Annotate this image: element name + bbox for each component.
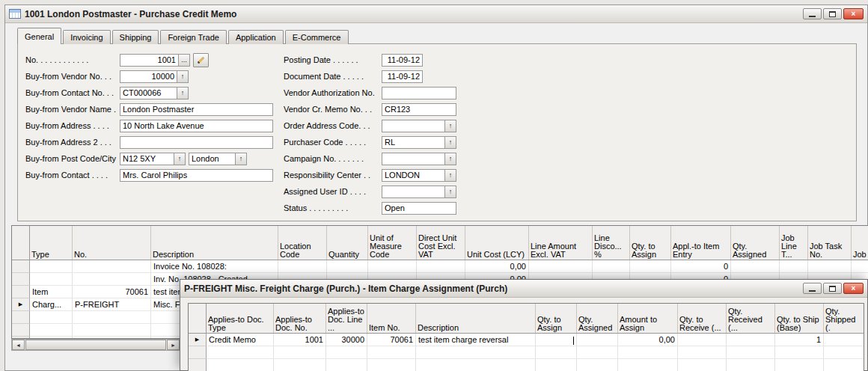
row-selector[interactable] (189, 359, 207, 371)
cell-line_amount[interactable] (529, 260, 593, 273)
close-button[interactable]: × (843, 8, 864, 19)
cell-qty_to_assign[interactable] (536, 359, 577, 371)
cell-type[interactable]: Item (30, 286, 73, 298)
tab-application[interactable]: Application (228, 30, 284, 44)
cell-qty_received[interactable] (727, 346, 775, 359)
order-address-code-field[interactable]: ↑ (382, 120, 456, 132)
cell-direct_unit_cost[interactable] (417, 260, 465, 273)
row-selector[interactable] (189, 346, 207, 359)
assist-button[interactable]: ... (178, 55, 189, 66)
cell-job_unit[interactable] (852, 260, 868, 273)
column-header-amount_to_assign[interactable]: Amount to Assign (618, 304, 678, 333)
scroll-right-button[interactable]: ► (167, 340, 180, 350)
tab-foreign-trade[interactable]: Foreign Trade (160, 30, 226, 44)
column-header-qty_shipped[interactable]: Qty. Shipped (. (824, 304, 864, 333)
lookup-button[interactable]: ↑ (444, 186, 456, 197)
column-header-qty_received[interactable]: Qty. Received (... (727, 304, 775, 333)
cell-qty_received[interactable] (727, 359, 775, 371)
cell-applies_doc_type[interactable]: Credit Memo (207, 334, 274, 346)
campaign-no-field[interactable]: ↑ (382, 153, 456, 165)
cell-job_line_type[interactable] (780, 260, 808, 273)
cell-amount_to_assign[interactable] (618, 346, 678, 359)
cell-no[interactable]: P-FREIGHT (73, 298, 151, 311)
column-header-applies_doc_type[interactable]: Applies-to Doc. Type (207, 304, 274, 333)
cell-no[interactable] (73, 273, 151, 286)
purchaser-code-field[interactable]: RL↑ (382, 136, 456, 149)
column-header-description[interactable]: Description (151, 226, 278, 260)
vendor-authorization-no-field[interactable] (382, 87, 456, 99)
cell-item_no[interactable]: 70061 (367, 334, 416, 346)
assigned-user-id-field[interactable]: ↑ (382, 186, 456, 198)
cell-no[interactable] (73, 260, 151, 273)
lookup-button[interactable]: ↑ (174, 153, 185, 165)
row-selector-header[interactable] (12, 226, 30, 260)
grid-row[interactable] (189, 346, 864, 359)
column-header-applies_doc_line[interactable]: Applies-to Doc. Line ... (326, 304, 367, 333)
buy-from-vendor-no-field[interactable]: 10000↑ (120, 70, 189, 83)
column-header-line_amount[interactable]: Line Amount Excl. VAT (529, 226, 593, 260)
grid-row[interactable] (189, 359, 864, 371)
column-header-qty_to_assign[interactable]: Qty. to Assign (630, 226, 671, 260)
cell-appl_to_item_entry[interactable]: 0 (671, 260, 731, 273)
cell-type[interactable] (30, 311, 73, 324)
cell-type[interactable] (30, 273, 73, 286)
cell-applies_doc_type[interactable] (207, 359, 274, 371)
no-field[interactable]: 1001... (120, 54, 190, 67)
scrollbar-thumb[interactable] (25, 340, 166, 350)
cell-qty_to_receive[interactable] (678, 346, 727, 359)
maximize-button[interactable] (823, 8, 842, 19)
cell-type[interactable] (30, 260, 73, 273)
document-date-field[interactable]: 11-09-12 (382, 70, 423, 83)
cell-qty_assigned[interactable] (577, 334, 618, 346)
cell-applies_doc_no[interactable]: 1001 (274, 334, 326, 346)
buy-from-contact-field[interactable]: Mrs. Carol Philips (120, 169, 273, 182)
column-header-job_line_type[interactable]: Job Line T... (780, 226, 808, 260)
cell-quantity[interactable] (327, 260, 368, 273)
cell-qty_to_ship_base[interactable] (775, 346, 824, 359)
cell-description[interactable]: test item charge reversal (416, 334, 536, 346)
cell-qty_shipped[interactable] (824, 346, 864, 359)
buy-from-address-2-field[interactable] (120, 136, 273, 149)
status-field[interactable]: Open (382, 202, 456, 215)
column-header-applies_doc_no[interactable]: Applies-to Doc. No. (274, 304, 326, 333)
column-header-location_code[interactable]: Location Code (278, 226, 327, 260)
lookup-button[interactable]: ↑ (235, 153, 246, 165)
row-selector[interactable] (12, 260, 30, 273)
posting-date-field[interactable]: 11-09-12 (382, 54, 423, 67)
cell-unit_of_measure_code[interactable] (368, 260, 417, 273)
tab-invoicing[interactable]: Invoicing (63, 30, 110, 44)
buy-from-contact-no-field[interactable]: CT000066↑ (120, 87, 189, 99)
column-header-quantity[interactable]: Quantity (327, 226, 368, 260)
column-header-qty_to_ship_base[interactable]: Qty. to Ship (Base) (775, 304, 824, 333)
column-header-description[interactable]: Description (416, 304, 536, 333)
column-header-job_unit[interactable]: Job U (852, 226, 868, 260)
column-header-unit_cost_lcy[interactable]: Unit Cost (LCY) (465, 226, 529, 260)
current-row-marker[interactable]: ▶ (189, 334, 207, 346)
cell-applies_doc_line[interactable] (326, 359, 367, 371)
cell-qty_shipped[interactable] (824, 334, 864, 346)
column-header-qty_assigned[interactable]: Qty. Assigned (731, 226, 780, 260)
lookup-button[interactable]: ↑ (444, 120, 456, 132)
row-selector[interactable] (12, 311, 30, 324)
scroll-left-button[interactable]: ◄ (12, 340, 25, 350)
grid-row[interactable]: Invoice No. 108028:0,000 (12, 260, 868, 273)
column-header-type[interactable]: Type (30, 226, 73, 260)
responsibility-center-field[interactable]: LONDON↑ (382, 169, 456, 182)
cell-applies_doc_no[interactable] (274, 359, 326, 371)
dialog-minimize-button[interactable] (803, 283, 822, 294)
current-row-marker[interactable]: ▶ (12, 298, 30, 311)
row-selector[interactable] (12, 286, 30, 298)
cell-qty_to_ship_base[interactable]: 1 (775, 334, 824, 346)
cell-applies_doc_type[interactable] (207, 346, 274, 359)
tab-shipping[interactable]: Shipping (112, 30, 159, 44)
cell-location_code[interactable] (278, 260, 327, 273)
lookup-button[interactable]: ↑ (444, 137, 456, 148)
minimize-button[interactable] (803, 8, 822, 19)
cell-applies_doc_no[interactable] (274, 346, 326, 359)
vendor-cr-memo-no-field[interactable]: CR123 (382, 103, 456, 116)
row-selector[interactable] (12, 273, 30, 286)
cell-qty_to_receive[interactable] (678, 359, 727, 371)
grid-row[interactable]: ▶Credit Memo10013000070061test item char… (189, 334, 864, 346)
cell-description[interactable]: Invoice No. 108028: (151, 260, 278, 273)
cell-no[interactable] (73, 324, 151, 337)
